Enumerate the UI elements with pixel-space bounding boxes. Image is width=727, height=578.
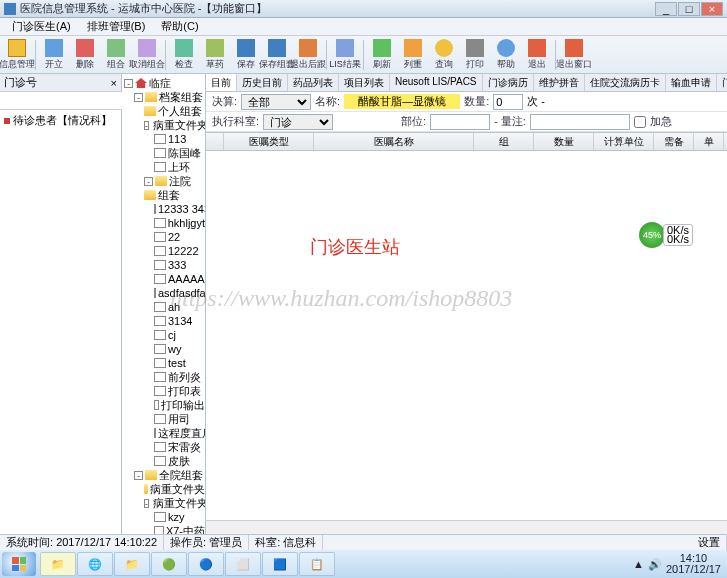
tree-leaf[interactable]: AAAAA <box>122 272 205 286</box>
start-button[interactable] <box>2 552 36 576</box>
tree-leaf[interactable]: wy <box>122 342 205 356</box>
tree-leaf[interactable]: ah <box>122 300 205 314</box>
tab-history[interactable]: 历史目前 <box>237 74 288 91</box>
tray-icon[interactable]: 🔊 <box>648 558 662 571</box>
close-button[interactable]: × <box>701 2 723 16</box>
tree-node[interactable]: 病重文件夹 <box>122 482 205 496</box>
status-settings[interactable]: 设置 <box>692 535 727 550</box>
tree-leaf[interactable]: X7-中药 <box>122 524 205 534</box>
tb-save[interactable]: 保存 <box>231 37 261 73</box>
tb-lis[interactable]: LIS结果 <box>330 37 360 73</box>
tab-emr[interactable]: 门诊电子病历 <box>717 74 727 91</box>
tb-ungroup[interactable]: 取消组合 <box>132 37 162 73</box>
tab-items[interactable]: 项目列表 <box>339 74 390 91</box>
tree-node[interactable]: -档案组套 <box>122 90 205 104</box>
sel-exec-dept[interactable]: 门诊 <box>263 114 333 130</box>
taskbar-item[interactable]: 📁 <box>40 552 76 576</box>
tb-delete[interactable]: 删除 <box>70 37 100 73</box>
grid-hscroll[interactable] <box>206 520 727 534</box>
inp-qty[interactable] <box>493 94 523 110</box>
grid-col-qty[interactable]: 数量 <box>534 133 594 150</box>
tree-leaf[interactable]: 113 <box>122 132 205 146</box>
menu-schedule[interactable]: 排班管理(B) <box>79 19 154 34</box>
tb-save-set[interactable]: 保存组套 <box>262 37 292 73</box>
taskbar-item[interactable]: 🟦 <box>262 552 298 576</box>
tree-leaf[interactable]: 上环 <box>122 160 205 174</box>
tree-node[interactable]: 组套 <box>122 188 205 202</box>
tree-node[interactable]: -病重文件夹 <box>122 496 205 510</box>
tb-open[interactable]: 开立 <box>39 37 69 73</box>
waiting-patients-item[interactable]: 待诊患者【情况科】 <box>2 112 119 129</box>
tb-herb[interactable]: 草药 <box>200 37 230 73</box>
tree-leaf[interactable]: 陈国峰 <box>122 146 205 160</box>
speed-bubble[interactable]: 45% 0K/s0K/s <box>639 222 693 248</box>
tree-leaf[interactable]: test <box>122 356 205 370</box>
tb-check[interactable]: 检查 <box>169 37 199 73</box>
sel-settle[interactable]: 全部 <box>241 94 311 110</box>
tb-print[interactable]: 打印 <box>460 37 490 73</box>
tab-blood[interactable]: 输血申请 <box>666 74 717 91</box>
maximize-button[interactable]: □ <box>678 2 700 16</box>
tree-leaf[interactable]: 打印表 <box>122 384 205 398</box>
left-search-input[interactable] <box>0 92 142 109</box>
tree-leaf[interactable]: 打印输出 <box>122 398 205 412</box>
menu-outpatient[interactable]: 门诊医生(A) <box>4 19 79 34</box>
tree-leaf[interactable]: 前列炎 <box>122 370 205 384</box>
tb-help[interactable]: 帮助 <box>491 37 521 73</box>
tree-node[interactable]: -病重文件夹 <box>122 118 205 132</box>
tb-exit[interactable]: 退出 <box>522 37 552 73</box>
taskbar-item[interactable]: 📁 <box>114 552 150 576</box>
tree-leaf[interactable]: 22 <box>122 230 205 244</box>
tree-leaf[interactable]: kzy <box>122 510 205 524</box>
tree-leaf[interactable]: asdfasdfasdfsa <box>122 286 205 300</box>
tb-refresh[interactable]: 刷新 <box>367 37 397 73</box>
tree-leaf[interactable]: 3134 <box>122 314 205 328</box>
tree-leaf[interactable]: cj <box>122 328 205 342</box>
tab-pinyin[interactable]: 维护拼音 <box>534 74 585 91</box>
chk-urgent[interactable] <box>634 114 646 130</box>
tree-leaf[interactable]: hkhljgyt <box>122 216 205 230</box>
grid-col-unit[interactable]: 计算单位 <box>594 133 654 150</box>
grid-body[interactable] <box>206 151 727 520</box>
tree-leaf[interactable]: 宋雷炎 <box>122 440 205 454</box>
tb-group[interactable]: 组合 <box>101 37 131 73</box>
tray-clock[interactable]: 14:102017/12/17 <box>666 553 721 575</box>
tree-node[interactable]: -注院 <box>122 174 205 188</box>
taskbar-item[interactable]: 🔵 <box>188 552 224 576</box>
tray-icon[interactable]: ▲ <box>633 558 644 570</box>
tree-node[interactable]: 个人组套 <box>122 104 205 118</box>
grid-col-type[interactable]: 医嘱类型 <box>224 133 314 150</box>
tree-root[interactable]: -临症 <box>122 76 205 90</box>
tree-leaf[interactable]: 用司 <box>122 412 205 426</box>
inp-note[interactable] <box>530 114 630 130</box>
tree-leaf[interactable]: 皮肤 <box>122 454 205 468</box>
tb-info-mgmt[interactable]: 信息管理 <box>2 37 32 73</box>
tb-exit-follow[interactable]: 退出后跟 <box>293 37 323 73</box>
taskbar-item[interactable]: ⬜ <box>225 552 261 576</box>
tree-node[interactable]: -全院组套 <box>122 468 205 482</box>
left-panel-close-icon[interactable]: × <box>111 77 117 89</box>
grid-col-prep[interactable]: 需备 <box>654 133 694 150</box>
grid-col-group[interactable]: 组 <box>474 133 534 150</box>
tb-search[interactable]: 查询 <box>429 37 459 73</box>
tab-lispacs[interactable]: Neusoft LIS/PACS <box>390 74 483 91</box>
tab-inpatient-card[interactable]: 住院交流病历卡 <box>585 74 666 91</box>
tree-leaf[interactable]: 12222 <box>122 244 205 258</box>
tree-leaf[interactable]: 这程度直后 <box>122 426 205 440</box>
minimize-button[interactable]: _ <box>655 2 677 16</box>
grid-col-single[interactable]: 单 <box>694 133 724 150</box>
tree-leaf[interactable]: 333 <box>122 258 205 272</box>
tab-outpatient-rec[interactable]: 门诊病历 <box>483 74 534 91</box>
tab-current[interactable]: 目前 <box>206 74 237 91</box>
taskbar-item[interactable]: 🟢 <box>151 552 187 576</box>
inp-part[interactable] <box>430 114 490 130</box>
tree-leaf[interactable]: 12333 343 <box>122 202 205 216</box>
menu-help[interactable]: 帮助(C) <box>153 19 206 34</box>
grid-col-index[interactable] <box>206 133 224 150</box>
taskbar-item[interactable]: 📋 <box>299 552 335 576</box>
tab-drugs[interactable]: 药品列表 <box>288 74 339 91</box>
tb-exit-window[interactable]: 退出窗口 <box>559 37 589 73</box>
taskbar-item[interactable]: 🌐 <box>77 552 113 576</box>
tb-rearrange[interactable]: 列重 <box>398 37 428 73</box>
grid-col-name[interactable]: 医嘱名称 <box>314 133 474 150</box>
